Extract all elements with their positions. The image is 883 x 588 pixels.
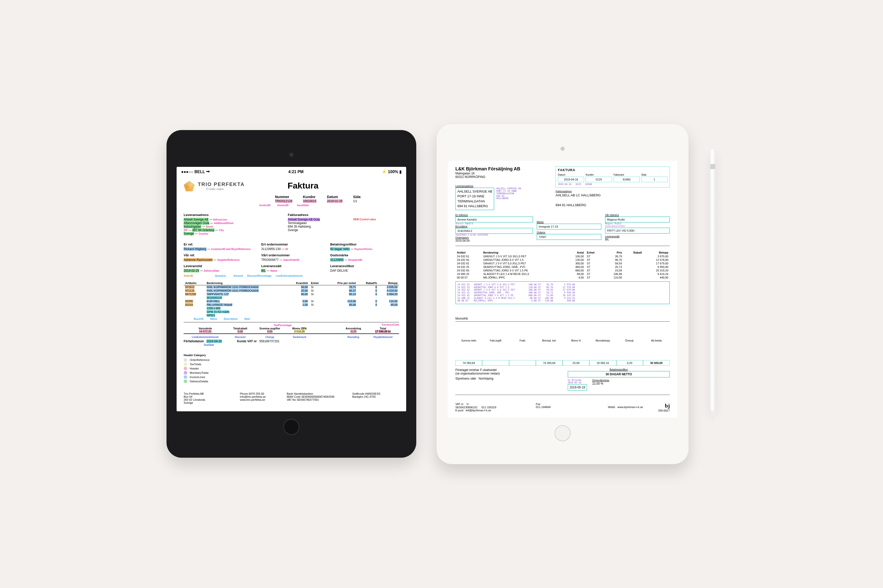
item-row: NP821	[184, 314, 399, 317]
tag-dd: DeliveryDate	[204, 269, 219, 272]
tag-note: Note	[244, 318, 250, 320]
levtid-l: Leveranstid	[184, 264, 261, 268]
item-row: 8471230 TAPPVENTIL 1/2" 90,00 St 85,13 0…	[184, 292, 399, 296]
tag-city: City	[219, 229, 224, 232]
forfall-l: Förfallodatum	[184, 339, 204, 343]
betv-l: Betalningsvillkor	[330, 243, 399, 246]
brand-slogan: Vi leder vatten	[206, 187, 245, 191]
tag-amt: Amount	[233, 274, 243, 277]
i2-fadr: AHLSELL AB LC HALLSBERG 694 81 HALLSBERG	[555, 193, 670, 208]
i2-tel: 011-105318	[481, 406, 496, 409]
tag-rnd: Rounding	[347, 336, 359, 339]
hdr-sida-l: Sida	[353, 195, 371, 199]
i2-ls-l: Leveranssätt	[605, 235, 670, 238]
item-row: 24 032 55GRENUTTAG JORD 4-V VIT 1,5130,0…	[455, 258, 670, 262]
tag-name2: Name	[210, 318, 217, 320]
invoice1-doc: TRIO PERFEKTA Vi leder vatten Faktura Nu…	[177, 177, 406, 411]
levsatt-v: BIL	[261, 269, 266, 273]
home-button-2[interactable]	[555, 425, 571, 441]
item-row: GPM 15 KD märkt	[184, 310, 399, 314]
screen-right: L&K Björkman Försäljning AB Malmgatan 18…	[448, 161, 677, 418]
tag-desc: Description	[224, 318, 238, 320]
legend: Header Category OrderReferenceTaxTotalsH…	[184, 354, 399, 383]
i2-mk-l: Märke	[537, 221, 602, 224]
legend-title: Header Category	[184, 354, 399, 357]
bj-logo-icon: bj	[643, 402, 670, 409]
tag-chg: Charge	[265, 336, 274, 339]
i2-fn: 61860	[614, 177, 640, 182]
i2-dat-l: Datum	[558, 173, 584, 176]
i2-styr-v: Norrköping	[478, 377, 493, 380]
i2-kn: 0125	[585, 177, 612, 182]
i2-kn-l: Kundnr	[585, 173, 612, 176]
tot-tot-v: 17 590,00 kr	[375, 330, 391, 333]
item-row: 00 00 07MILJÖPALL IPPC4,00ST110,00440,00	[455, 276, 670, 279]
hdr-kundnr-v: 33020015	[303, 200, 316, 203]
tag-seller: SellerID	[184, 274, 193, 277]
i2-bv-l: Betalningsvillkor	[568, 368, 670, 371]
tot-moms-v: 3 518,05	[294, 330, 305, 333]
i2-vr-e: Magnus Rudin Leveransvillkor	[605, 222, 670, 228]
i2-eo-l: Ert ordernr	[455, 225, 533, 228]
tot-moms-l: Moms	[292, 327, 301, 330]
camera-dot-2	[561, 147, 565, 151]
tot-avr-v: -0,25	[350, 330, 357, 333]
dl3: Industrigatan	[184, 225, 201, 228]
brand-name: TRIO PERFEKTA	[198, 182, 245, 187]
i2-on-l: Ordernr	[537, 231, 602, 234]
tag-invoiceid2: InvoiceID	[277, 204, 288, 207]
i2-ls: BIL	[605, 238, 670, 241]
bl3: 694 35 Hallsberg	[288, 225, 348, 228]
ios-statusbar: ●●●○○ BELL ⮕ 4:21 PM ⚡ 100% ▮	[177, 167, 406, 177]
i2-lev-box: AHLSELL SVERIGE ABPORT 17-19 INNETERMINA…	[455, 188, 494, 210]
dl5: Sverige	[184, 232, 194, 236]
i2-eo: 31422943-2	[455, 228, 533, 234]
er-ref-v: Rickard Högberg	[184, 247, 206, 251]
i2-er-e: Anneie Admärä	[455, 222, 533, 225]
hdr-sida-v: 1/1	[353, 200, 371, 203]
gods-l: Godsmärke	[330, 253, 399, 257]
item-row: 3010030120	[184, 296, 399, 299]
i2-company: L&K Björkman Försäljning AB	[455, 166, 551, 172]
i2-sd: 1	[641, 177, 668, 182]
legend-item: DeliveryDetails	[184, 380, 399, 383]
item-row: 24 032 62GReNUT J 3-V VIT 5,0 3G1,5 PET3…	[455, 262, 670, 265]
tag-taxa: TaxAmount	[293, 336, 306, 339]
forfall-v: 2019-04-26	[206, 339, 222, 343]
i2-vr: Magnus Rudin	[605, 216, 670, 222]
i2th-qty: Antal	[566, 250, 585, 255]
ertord-l: Ert ordernummer	[261, 243, 330, 246]
items2-table: Artikel Benämning Antal Enhet Pris Rabat…	[455, 250, 670, 279]
th-disc: Rabatt%	[358, 280, 378, 285]
billing-label: Fakturadress	[288, 213, 348, 217]
items-table: Artikelnr Beskrivning Kvantitet Enhet Pr…	[184, 280, 399, 317]
i2th-pris: Pris	[604, 250, 623, 255]
i2-mk: Innegods 17-19	[537, 224, 602, 230]
i2-org: (se organisationsnummer nedan)	[455, 372, 558, 375]
i2-w-v: www.bjorkman-l-k.se	[617, 405, 643, 408]
i2th-rab: Rabatt	[623, 250, 643, 255]
bl1: Ahlsell Sverige AB Gula	[288, 218, 320, 221]
tag-so: SalesOrderID	[283, 259, 299, 261]
tag-pt: PaymentTerms	[355, 248, 372, 250]
battery: ⚡ 100% ▮	[382, 170, 402, 174]
delivery-label: Leveransadress	[184, 213, 283, 217]
home-button[interactable]	[283, 419, 299, 435]
i2-sd-l: Sida	[641, 173, 668, 176]
gods-v: 31120955	[330, 258, 344, 262]
i2-momsfritt: Momsfritt	[455, 317, 670, 320]
tag-adds: AdditionalStreet	[214, 222, 233, 225]
tag-taxpct: TaxPercentage	[274, 324, 291, 327]
i2-od-l: Orderdatum	[455, 236, 533, 239]
levsatt-l: Leveranssätt	[261, 264, 330, 268]
tot-varu-v: 14 072,20	[199, 330, 211, 333]
hdr-kundnr-l: Kundnr	[303, 195, 326, 199]
i2-w-l: Webb	[608, 405, 615, 408]
tag-supp: SupplierReference	[217, 259, 239, 261]
bl4: Sverige	[288, 228, 348, 232]
tag-zip: ZIP	[184, 229, 188, 232]
i2-on: 72587	[537, 234, 602, 240]
tag-issuedate: IssueDate	[297, 204, 309, 207]
tot-tot-l: Total	[367, 327, 399, 330]
i2-addr1: Malmgatan 18	[455, 172, 551, 175]
